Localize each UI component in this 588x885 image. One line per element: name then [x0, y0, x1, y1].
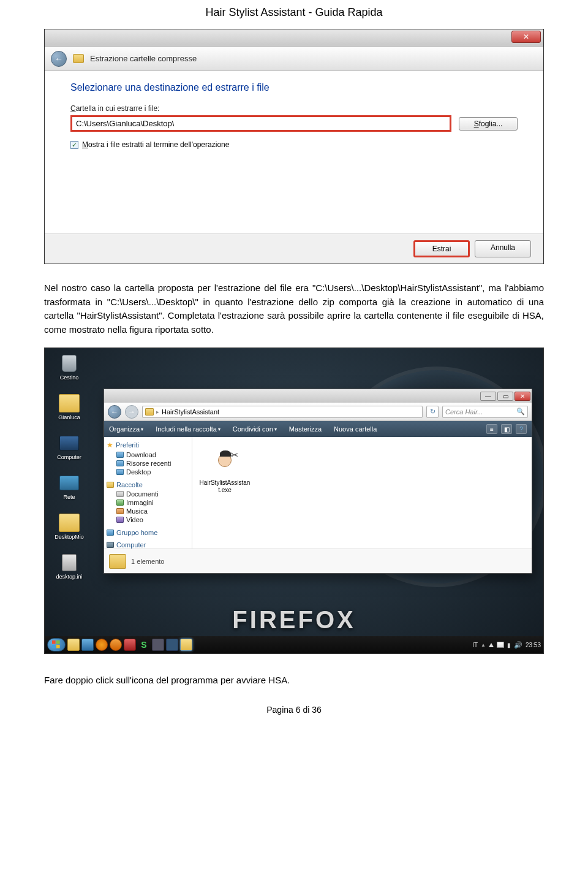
taskbar-explorer-icon[interactable]: [67, 639, 80, 651]
explorer-status-bar: 1 elemento: [104, 549, 532, 573]
minimize-button[interactable]: —: [480, 392, 496, 401]
view-mode-button[interactable]: ≡: [486, 424, 497, 434]
folder-icon: [109, 554, 126, 569]
taskbar: S IT ▲ ▮ 🔊 23:53: [45, 636, 543, 653]
show-files-checkbox-label: Mostra i file estratti al termine dell'o…: [82, 140, 229, 149]
desktop-screenshot: Cestino Gianluca Computer Rete DesktopMi…: [44, 348, 544, 654]
organize-menu[interactable]: Organizza: [109, 425, 143, 433]
tray-expand-icon[interactable]: ▲: [481, 642, 486, 648]
status-text: 1 elemento: [131, 558, 164, 565]
taskbar-app-icon[interactable]: [166, 639, 178, 651]
tray-action-center-icon[interactable]: [497, 642, 504, 648]
breadcrumb-current: HairStylistAssistant: [162, 408, 219, 416]
explorer-toolbar: Organizza Includi nella raccolta Condivi…: [104, 421, 532, 437]
search-input[interactable]: Cerca Hair... 🔍: [442, 406, 528, 418]
sidebar-group-favorites[interactable]: ★Preferiti: [107, 441, 189, 449]
svg-rect-1: [56, 640, 60, 644]
desktop-icon-ini[interactable]: desktop.ini: [50, 553, 89, 580]
document-title: Hair Stylist Assistant - Guida Rapida: [44, 0, 544, 29]
path-field-label: Cartella in cui estrarre i file:: [70, 104, 518, 113]
desktop-icon-recycle-bin[interactable]: Cestino: [50, 354, 89, 381]
explorer-window: — ▭ ✕ ← → ▸ HairStylistAssistant ↻ Cerca…: [104, 389, 532, 574]
sidebar-item-desktop[interactable]: Desktop: [107, 468, 189, 476]
include-menu[interactable]: Includi nella raccolta: [156, 425, 221, 433]
taskbar-firefox-icon[interactable]: [110, 639, 122, 651]
cancel-button[interactable]: Annulla: [475, 240, 531, 257]
search-icon: 🔍: [516, 408, 525, 416]
wallpaper-text: FIREFOX: [232, 606, 355, 634]
close-button[interactable]: ✕: [511, 31, 541, 43]
explorer-sidebar: ★Preferiti Download Risorse recenti Desk…: [104, 437, 192, 549]
explorer-content: ✂ HairStylistAssistant.exe: [192, 437, 532, 549]
scissors-icon: ✂: [230, 449, 238, 461]
nav-back-button[interactable]: ←: [108, 405, 121, 419]
folder-zip-icon: [73, 54, 84, 63]
taskbar-wmp-icon[interactable]: [96, 639, 108, 651]
explorer-titlebar: — ▭ ✕: [104, 389, 532, 403]
new-folder-button[interactable]: Nuova cartella: [334, 425, 377, 433]
folder-icon: [145, 408, 154, 416]
wizard-window-title: Estrazione cartelle compresse: [90, 54, 197, 63]
wizard-heading: Selezionare una destinazione ed estrarre…: [70, 82, 518, 93]
file-label: HairStylistAssistant.exe: [198, 479, 251, 494]
tray-clock[interactable]: 23:53: [526, 642, 541, 648]
sidebar-item-recent[interactable]: Risorse recenti: [107, 459, 189, 468]
sidebar-item-images[interactable]: Immagini: [107, 498, 189, 507]
preview-pane-button[interactable]: ◧: [501, 424, 512, 434]
show-files-checkbox[interactable]: ✓: [70, 141, 78, 149]
desktop-icon-network[interactable]: Rete: [50, 474, 89, 500]
refresh-button[interactable]: ↻: [426, 406, 439, 418]
taskbar-app-icon[interactable]: [152, 639, 164, 651]
sidebar-group-libraries[interactable]: Raccolte: [107, 481, 189, 488]
wizard-header-bar: ← Estrazione cartelle compresse: [45, 47, 543, 71]
desktop-icon-user[interactable]: Gianluca: [50, 394, 89, 420]
tray-volume-icon[interactable]: 🔊: [514, 641, 522, 649]
share-menu[interactable]: Condividi con: [233, 425, 277, 433]
wizard-titlebar: ✕: [45, 29, 543, 47]
page-footer: Pagina 6 di 36: [44, 699, 544, 715]
back-button[interactable]: ←: [51, 51, 67, 67]
burn-button[interactable]: Masterizza: [289, 425, 322, 433]
nav-forward-button[interactable]: →: [125, 405, 138, 419]
sidebar-group-homegroup[interactable]: Gruppo home: [107, 529, 189, 536]
taskbar-ie-icon[interactable]: [81, 639, 94, 651]
desktop-icon-folder[interactable]: DesktopMio: [50, 514, 89, 540]
chevron-right-icon: ▸: [156, 409, 159, 415]
tray-network-icon[interactable]: ▮: [507, 642, 511, 648]
body-paragraph-2: Fare doppio click sull'icona del program…: [44, 674, 544, 688]
help-button[interactable]: ?: [516, 424, 527, 434]
sidebar-item-download[interactable]: Download: [107, 450, 189, 459]
tray-safely-remove-icon[interactable]: [489, 643, 494, 647]
taskbar-running-explorer[interactable]: [180, 639, 192, 651]
sidebar-group-computer[interactable]: Computer: [107, 541, 189, 549]
sidebar-item-documents[interactable]: Documenti: [107, 490, 189, 498]
close-button[interactable]: ✕: [514, 392, 530, 401]
taskbar-opera-icon[interactable]: [124, 639, 136, 651]
desktop-icon-computer[interactable]: Computer: [50, 434, 89, 460]
tray-language[interactable]: IT: [472, 642, 478, 648]
svg-rect-0: [52, 640, 56, 644]
start-button[interactable]: [47, 638, 66, 651]
sidebar-item-music[interactable]: Musica: [107, 507, 189, 515]
body-paragraph-1: Nel nostro caso la cartella proposta per…: [44, 281, 544, 336]
maximize-button[interactable]: ▭: [497, 392, 513, 401]
browse-button[interactable]: Sfoglia...: [459, 117, 518, 131]
taskbar-spotify-icon[interactable]: S: [138, 639, 150, 651]
breadcrumb[interactable]: ▸ HairStylistAssistant: [142, 406, 423, 418]
extract-button[interactable]: Estrai: [413, 240, 470, 257]
svg-rect-2: [52, 645, 56, 648]
svg-rect-3: [56, 645, 60, 648]
wizard-dialog: ✕ ← Estrazione cartelle compresse Selezi…: [44, 29, 544, 264]
sidebar-item-video[interactable]: Video: [107, 515, 189, 524]
file-hairstylist-exe[interactable]: ✂ HairStylistAssistant.exe: [198, 443, 251, 494]
destination-path-input[interactable]: C:\Users\Gianluca\Desktop\: [70, 115, 451, 132]
